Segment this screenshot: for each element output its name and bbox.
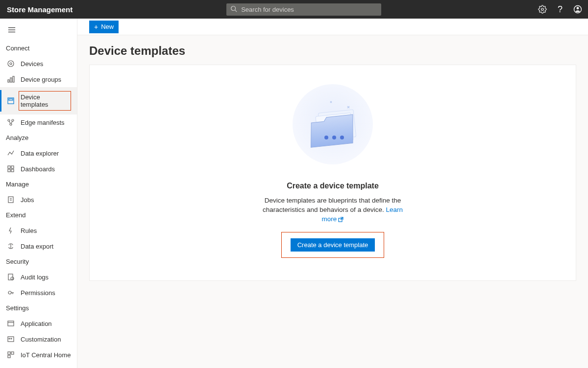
menu-toggle-icon[interactable] xyxy=(0,23,77,41)
svg-point-4 xyxy=(577,7,579,9)
dashboards-icon xyxy=(7,165,15,173)
svg-point-2 xyxy=(541,8,544,11)
account-icon[interactable] xyxy=(573,5,582,14)
create-device-template-button[interactable]: Create a device template xyxy=(291,238,375,252)
cta-highlight: Create a device template xyxy=(281,232,385,258)
toolbar: + New xyxy=(77,19,588,35)
audit-logs-icon xyxy=(7,273,15,281)
help-icon[interactable]: ? xyxy=(556,5,564,14)
nav-label: Application xyxy=(21,320,71,327)
svg-rect-19 xyxy=(11,166,14,168)
svg-point-16 xyxy=(12,119,14,121)
search-icon xyxy=(230,5,237,14)
svg-rect-20 xyxy=(8,169,10,172)
page-title: Device templates xyxy=(89,44,576,58)
svg-point-15 xyxy=(8,119,10,121)
svg-rect-14 xyxy=(9,99,13,100)
svg-point-34 xyxy=(9,338,10,339)
data-explorer-icon xyxy=(7,149,15,157)
nav-section-connect: Connect xyxy=(0,41,77,56)
svg-rect-31 xyxy=(8,321,14,326)
empty-illustration xyxy=(281,83,384,171)
customization-icon xyxy=(7,335,15,343)
edge-manifests-icon xyxy=(7,118,15,126)
svg-point-17 xyxy=(10,123,12,125)
empty-state-card: Create a device template Device template… xyxy=(89,65,576,281)
svg-rect-22 xyxy=(8,197,13,203)
sidebar-item-device-templates[interactable]: Device templates xyxy=(0,87,77,115)
sidebar-item-dashboards[interactable]: Dashboards xyxy=(0,161,77,177)
svg-point-27 xyxy=(11,277,14,280)
devices-icon xyxy=(7,60,15,68)
device-templates-icon xyxy=(7,97,15,105)
svg-rect-10 xyxy=(8,80,9,82)
svg-rect-11 xyxy=(10,78,12,82)
nav-label: IoT Central Home xyxy=(21,351,71,359)
svg-point-9 xyxy=(10,63,12,65)
nav-section-manage: Manage xyxy=(0,177,77,192)
plus-icon: + xyxy=(94,23,98,30)
svg-line-1 xyxy=(235,10,237,12)
nav-section-settings: Settings xyxy=(0,300,77,316)
sidebar-item-iot-central-home[interactable]: IoT Central Home xyxy=(0,347,77,363)
sidebar: Connect Devices Device groups Device tem… xyxy=(0,19,77,368)
svg-rect-18 xyxy=(8,166,10,168)
svg-point-44 xyxy=(340,136,344,139)
sidebar-item-customization[interactable]: Customization xyxy=(0,331,77,347)
sidebar-item-rules[interactable]: Rules xyxy=(0,223,77,238)
svg-rect-21 xyxy=(11,169,14,172)
rules-icon xyxy=(7,227,15,234)
sidebar-item-permissions[interactable]: Permissions xyxy=(0,285,77,300)
nav-label: Permissions xyxy=(21,289,71,297)
permissions-icon xyxy=(7,289,15,297)
nav-label: Jobs xyxy=(21,196,71,204)
external-link-icon xyxy=(338,216,343,222)
iot-central-home-icon xyxy=(7,351,15,359)
nav-section-analyze: Analyze xyxy=(0,130,77,145)
data-export-icon xyxy=(7,242,15,250)
svg-point-42 xyxy=(324,136,328,139)
new-button[interactable]: + New xyxy=(89,21,119,33)
svg-rect-12 xyxy=(13,76,14,82)
sidebar-item-device-groups[interactable]: Device groups xyxy=(0,71,77,87)
nav-label: Audit logs xyxy=(21,274,71,281)
top-header: Store Management ? xyxy=(0,0,588,19)
svg-point-8 xyxy=(8,61,14,67)
app-title: Store Management xyxy=(7,5,73,14)
nav-label: Data explorer xyxy=(21,150,71,157)
svg-point-43 xyxy=(332,136,336,139)
nav-label: Dashboards xyxy=(21,165,71,173)
sidebar-item-data-export[interactable]: Data export xyxy=(0,238,77,254)
nav-label: Rules xyxy=(21,227,71,234)
nav-label: Devices xyxy=(21,60,71,68)
empty-heading: Create a device template xyxy=(287,182,379,190)
nav-section-extend: Extend xyxy=(0,207,77,223)
svg-rect-36 xyxy=(8,352,10,354)
nav-label: Device groups xyxy=(21,76,71,83)
device-groups-icon xyxy=(7,75,15,83)
nav-label: Data export xyxy=(21,243,71,250)
search-input[interactable] xyxy=(241,6,377,13)
empty-description-text: Device templates are blueprints that def… xyxy=(263,197,401,213)
sidebar-item-application[interactable]: Application xyxy=(0,316,77,331)
nav-label: Customization xyxy=(21,336,71,343)
settings-icon[interactable] xyxy=(538,5,547,14)
nav-label: Device templates xyxy=(19,91,71,111)
svg-point-0 xyxy=(231,6,236,10)
jobs-icon xyxy=(7,196,15,204)
svg-rect-38 xyxy=(8,355,10,358)
sidebar-item-audit-logs[interactable]: Audit logs xyxy=(0,269,77,285)
sidebar-item-edge-manifests[interactable]: Edge manifests xyxy=(0,115,77,130)
search-box[interactable] xyxy=(226,3,381,16)
sidebar-item-data-explorer[interactable]: Data explorer xyxy=(0,145,77,161)
empty-description: Device templates are blueprints that def… xyxy=(254,196,411,224)
sidebar-item-jobs[interactable]: Jobs xyxy=(0,192,77,207)
sidebar-item-devices[interactable]: Devices xyxy=(0,56,77,71)
svg-point-28 xyxy=(8,291,11,294)
nav-section-security: Security xyxy=(0,254,77,269)
main-content: + New Device templates xyxy=(77,19,588,368)
nav-label: Edge manifests xyxy=(21,119,71,126)
svg-point-35 xyxy=(11,338,12,339)
application-icon xyxy=(7,320,15,327)
svg-rect-37 xyxy=(11,352,14,354)
